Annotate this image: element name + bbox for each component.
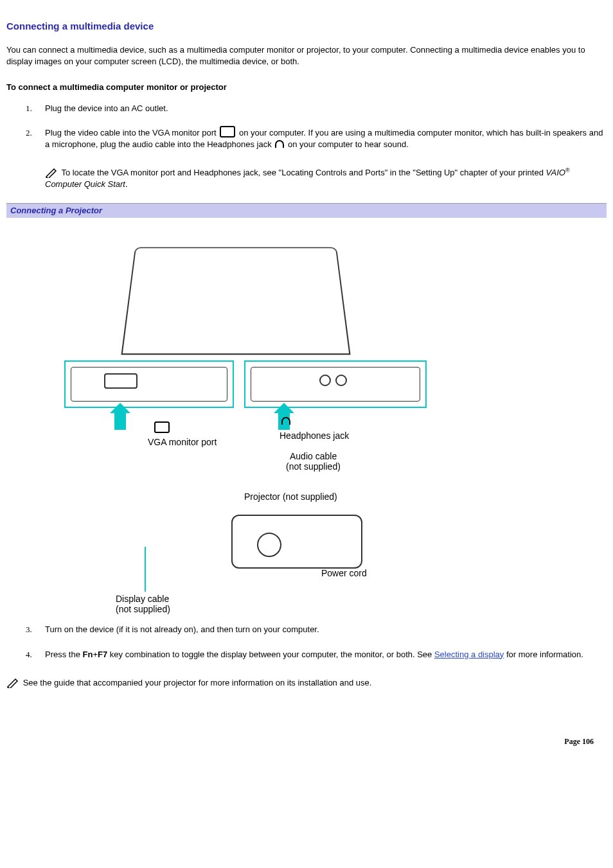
key-f7: F7 [98, 650, 107, 659]
step-number: 3. [26, 624, 32, 635]
figure-title-bar: Connecting a Projector [6, 203, 607, 218]
pencil-note-icon [45, 168, 58, 178]
key-fn: Fn [83, 650, 93, 659]
label-power-cord: Power cord [321, 567, 367, 580]
step-2: 2. Plug the video cable into the VGA mon… [26, 127, 607, 190]
page-footer: Page 106 [0, 723, 613, 747]
step-number: 1. [26, 103, 32, 114]
step-2-text-c: on your computer to hear sound. [288, 139, 409, 149]
step-2-text-a: Plug the video cable into the VGA monito… [45, 128, 218, 137]
projector-diagram: VGA monitor port Headphones jack Audio c… [64, 226, 424, 611]
left-port-panel [64, 360, 234, 408]
laptop-illustration [121, 247, 350, 355]
note-vaio: VAIO [546, 168, 565, 177]
step-number: 4. [26, 649, 32, 660]
step-number: 2. [26, 127, 32, 139]
step-1: 1. Plug the device into an AC outlet. [26, 103, 607, 114]
vga-arrow-icon [114, 412, 126, 430]
label-display-cable-2: (not supplied) [116, 603, 170, 616]
step-4-text-b: key combination to toggle the display be… [110, 650, 434, 659]
vga-port-icon [154, 421, 170, 433]
note-text-a: To locate the VGA monitor port and Headp… [61, 168, 546, 177]
projector-illustration [231, 515, 362, 569]
section-title: Connecting a multimedia device [6, 19, 607, 33]
step-3-text: Turn on the device (if it is not already… [45, 624, 319, 634]
label-vga-port: VGA monitor port [148, 436, 217, 449]
key-plus: + [93, 650, 98, 659]
selecting-display-link[interactable]: Selecting a display [434, 650, 504, 659]
step-4-text-a: Press the [45, 650, 83, 659]
pencil-note-icon [6, 678, 19, 688]
vga-port-icon [220, 126, 235, 137]
display-cable-leader [145, 547, 146, 592]
label-headphones-jack: Headphones jack [280, 430, 349, 443]
headphone-icon [275, 140, 284, 149]
right-port-panel [244, 360, 427, 408]
label-audio-cable-2: (not supplied) [286, 461, 341, 474]
headphone-icon [281, 417, 290, 426]
note-reg: ® [565, 167, 570, 173]
procedure-heading: To connect a multimedia computer monitor… [6, 82, 607, 93]
closing-note: See the guide that accompanied your proj… [6, 677, 607, 689]
step-4: 4. Press the Fn+F7 key combination to to… [26, 649, 607, 660]
note-tail: . [125, 179, 128, 189]
step-1-text: Plug the device into an AC outlet. [45, 103, 168, 113]
figure-area: VGA monitor port Headphones jack Audio c… [6, 218, 607, 624]
label-projector: Projector (not supplied) [244, 491, 337, 504]
closing-note-text: See the guide that accompanied your proj… [23, 678, 372, 687]
intro-paragraph: You can connect a multimedia device, suc… [6, 44, 607, 67]
note-quickstart: Computer Quick Start [45, 179, 125, 189]
step-3: 3. Turn on the device (if it is not alre… [26, 624, 607, 635]
step-2-note: To locate the VGA monitor port and Headp… [45, 166, 607, 191]
step-4-text-c: for more information. [506, 650, 583, 659]
